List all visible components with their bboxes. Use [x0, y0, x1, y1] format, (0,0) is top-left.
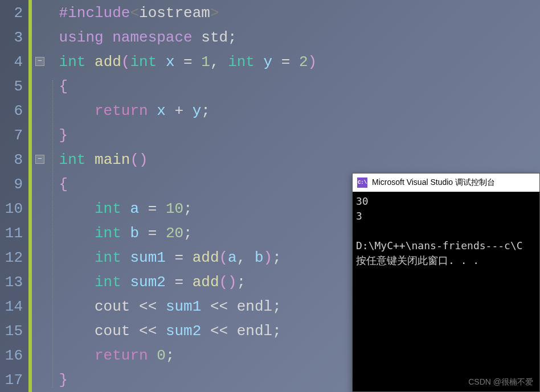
scope-guide-line — [52, 80, 53, 387]
code-line-2: #include<iostream> — [50, 1, 540, 26]
code-line-5: { — [50, 75, 540, 99]
line-number: 7 — [0, 123, 28, 148]
line-number: 11 — [0, 221, 28, 246]
line-number: 2 — [0, 1, 28, 26]
console-title: Microsoft Visual Studio 调试控制台 — [372, 178, 495, 188]
line-number: 8 — [0, 148, 28, 172]
console-output: 30 3 D:\MyC++\nans-friends---c\C 按任意键关闭此… — [353, 192, 539, 270]
fold-collapse-icon[interactable]: − — [35, 57, 44, 66]
line-number: 16 — [0, 344, 28, 368]
console-titlebar[interactable]: C:\ Microsoft Visual Studio 调试控制台 — [353, 174, 539, 192]
line-number: 17 — [0, 368, 28, 392]
line-number: 5 — [0, 75, 28, 99]
code-line-8: int main() — [50, 148, 540, 172]
fold-gutter: − − — [32, 0, 50, 392]
line-number: 14 — [0, 295, 28, 319]
line-number: 9 — [0, 172, 28, 197]
line-number: 6 — [0, 99, 28, 123]
code-line-3: using namespace std; — [50, 26, 540, 50]
code-line-7: } — [50, 123, 540, 148]
console-app-icon: C:\ — [357, 178, 367, 188]
line-number: 12 — [0, 246, 28, 270]
code-line-6: return x + y; — [50, 99, 540, 123]
watermark-text: CSDN @很楠不爱 — [468, 377, 533, 387]
fold-collapse-icon[interactable]: − — [35, 155, 44, 164]
code-line-4: int add(int x = 1, int y = 2) — [50, 50, 540, 75]
line-number: 10 — [0, 197, 28, 221]
line-number-gutter: 2 3 4 5 6 7 8 9 10 11 12 13 14 15 16 17 — [0, 0, 28, 392]
line-number: 3 — [0, 26, 28, 50]
line-number: 13 — [0, 270, 28, 295]
line-number: 4 — [0, 50, 28, 75]
line-number: 15 — [0, 319, 28, 344]
debug-console-window[interactable]: C:\ Microsoft Visual Studio 调试控制台 30 3 D… — [352, 173, 540, 392]
